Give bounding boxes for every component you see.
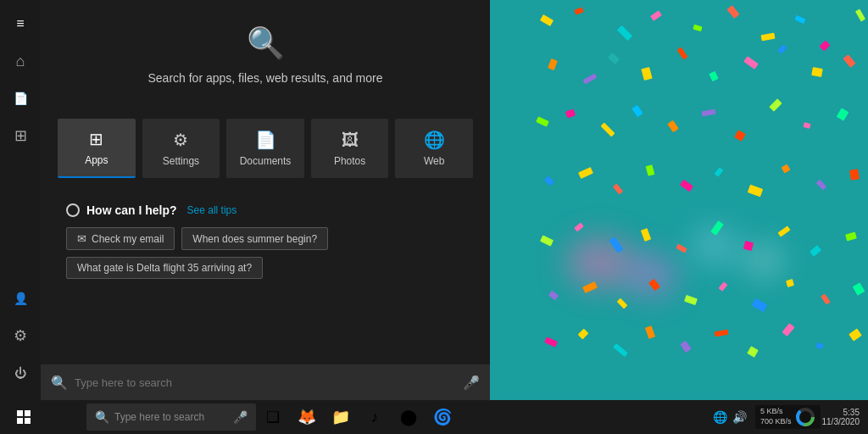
taskbar-search-text: Type here to search: [114, 411, 204, 423]
search-mic-icon[interactable]: 🎤: [463, 375, 480, 391]
sidebar-top: ≡ ⌂ 📄 ⊞: [3, 7, 37, 281]
confetti-piece: [743, 56, 759, 70]
tray-network-icon[interactable]: 🌐: [713, 410, 727, 424]
network-widget[interactable]: 5 KB/s 700 KB/s: [755, 405, 821, 429]
sidebar: ≡ ⌂ 📄 ⊞ 👤 ⚙ ⏻: [0, 0, 41, 400]
confetti-piece: [702, 109, 716, 117]
confetti-piece: [548, 291, 559, 300]
confetti-piece: [641, 228, 651, 242]
suggestion-chip-1[interactable]: When does summer begin?: [181, 227, 328, 250]
confetti-piece: [715, 330, 729, 337]
category-btn-apps[interactable]: ⊞Apps: [58, 119, 136, 178]
svg-rect-1: [25, 410, 31, 416]
taskbar-datetime[interactable]: 5:35 11/3/2020: [822, 408, 865, 426]
confetti-piece: [718, 281, 727, 292]
cat-icon-settings: ⚙: [173, 130, 188, 150]
confetti-piece: [843, 54, 855, 68]
confetti-piece: [803, 122, 810, 129]
help-circle-icon: [66, 203, 80, 217]
confetti-piece: [782, 164, 791, 174]
confetti-piece: [578, 167, 593, 179]
network-donut-chart: [795, 407, 815, 427]
cat-icon-web: 🌐: [424, 130, 445, 150]
search-header: 🔍 Search for apps, files, web results, a…: [41, 0, 490, 119]
power-icon[interactable]: ⏻: [3, 356, 37, 390]
taskbar-apps: ❑🦊📁♪⬤🌀: [258, 402, 458, 432]
confetti-piece: [578, 329, 589, 340]
confetti-piece: [574, 222, 584, 231]
suggestion-chip-2[interactable]: What gate is Delta flight 35 arriving at…: [66, 257, 263, 279]
confetti-piece: [786, 279, 794, 287]
network-speeds: 5 KB/s 700 KB/s: [760, 407, 792, 426]
confetti-piece: [821, 293, 831, 304]
confetti-piece: [540, 235, 554, 246]
confetti-piece: [777, 44, 787, 54]
confetti-piece: [837, 108, 849, 120]
user-icon[interactable]: 👤: [3, 281, 37, 315]
confetti-piece: [565, 109, 576, 119]
confetti-piece: [680, 341, 691, 353]
category-btn-web[interactable]: 🌐Web: [395, 119, 473, 178]
confetti-piece: [693, 25, 702, 31]
confetti-piece: [714, 167, 723, 177]
confetti-piece: [761, 33, 776, 42]
confetti-piece: [853, 282, 865, 295]
taskbar-search-mic[interactable]: 🎤: [233, 410, 248, 424]
confetti-piece: [849, 328, 862, 341]
taskbar-media-player-button[interactable]: ♪: [359, 402, 390, 432]
taskbar-time: 5:35: [843, 408, 860, 417]
confetti-piece: [726, 5, 739, 19]
category-row: ⊞Apps⚙Settings📄Documents🖼Photos🌐Web: [41, 119, 490, 195]
confetti-piece: [748, 185, 763, 198]
taskbar-edge-button[interactable]: 🌀: [427, 402, 458, 432]
confetti-piece: [536, 116, 549, 126]
documents-icon[interactable]: 📄: [3, 81, 37, 115]
confetti-piece: [855, 8, 865, 21]
confetti-piece: [747, 346, 759, 358]
hamburger-menu-icon[interactable]: ≡: [3, 7, 37, 41]
confetti-piece: [613, 183, 623, 194]
svg-rect-3: [25, 418, 31, 424]
home-icon[interactable]: ⌂: [3, 44, 37, 78]
taskbar-task-view-button[interactable]: ❑: [258, 402, 288, 432]
search-bar-icon: 🔍: [51, 375, 68, 391]
confetti-piece: [617, 298, 628, 309]
chip-icon: ✉: [77, 232, 86, 245]
suggestion-chip-0[interactable]: ✉Check my email: [66, 227, 175, 250]
confetti-piece: [811, 67, 823, 77]
taskbar-firefox-button[interactable]: 🦊: [292, 402, 322, 432]
confetti-piece: [782, 323, 794, 337]
grid-icon[interactable]: ⊞: [3, 119, 37, 153]
settings-icon[interactable]: ⚙: [3, 319, 37, 353]
windows-start-button[interactable]: [3, 400, 44, 434]
cat-icon-apps: ⊞: [89, 129, 103, 149]
search-panel: 🔍 Search for apps, files, web results, a…: [41, 0, 490, 400]
confetti-piece: [646, 164, 655, 176]
see-all-tips-link[interactable]: See all tips: [187, 204, 237, 216]
confetti-piece: [613, 343, 628, 357]
confetti-piece: [608, 53, 620, 64]
search-bar-input[interactable]: [75, 376, 456, 389]
confetti-piece: [709, 71, 718, 81]
confetti-piece: [769, 98, 782, 112]
taskbar: 🔍 Type here to search 🎤 ❑🦊📁♪⬤🌀 🌐 🔊 5 KB/…: [0, 400, 868, 434]
confetti-piece: [667, 120, 678, 132]
confetti-piece: [677, 47, 688, 60]
confetti-piece: [632, 105, 643, 117]
taskbar-search-box[interactable]: 🔍 Type here to search 🎤: [86, 403, 256, 431]
taskbar-date: 11/3/2020: [822, 417, 860, 426]
tray-volume-icon[interactable]: 🔊: [732, 410, 747, 424]
cat-icon-documents: 📄: [255, 130, 276, 150]
confetti-piece: [849, 169, 860, 181]
taskbar-chrome-button[interactable]: ⬤: [393, 402, 424, 432]
network-download: 700 KB/s: [760, 417, 792, 427]
search-icon-large: 🔍: [247, 25, 285, 61]
category-btn-documents[interactable]: 📄Documents: [226, 119, 304, 178]
category-btn-settings[interactable]: ⚙Settings: [142, 119, 220, 178]
taskbar-file-explorer-button[interactable]: 📁: [326, 402, 356, 432]
search-bar-bottom: 🔍 🎤: [41, 364, 490, 400]
help-title-row: How can I help? See all tips: [66, 203, 465, 217]
help-suggestions: ✉Check my emailWhen does summer begin?Wh…: [66, 227, 465, 279]
category-btn-photos[interactable]: 🖼Photos: [311, 119, 389, 178]
network-upload: 5 KB/s: [760, 407, 792, 417]
